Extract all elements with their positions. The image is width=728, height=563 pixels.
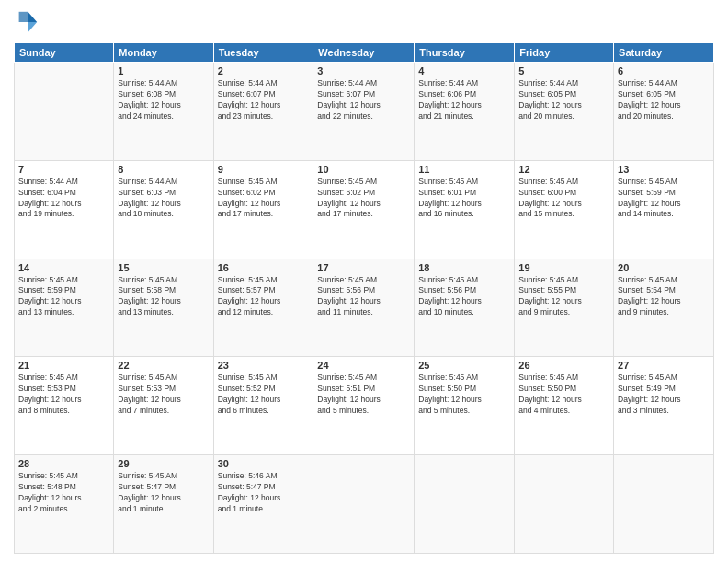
day-cell-25: 25Sunrise: 5:45 AM Sunset: 5:50 PM Dayli…	[415, 357, 515, 455]
day-cell-11: 11Sunrise: 5:45 AM Sunset: 6:01 PM Dayli…	[415, 160, 515, 259]
svg-marker-0	[28, 12, 37, 22]
day-cell-16: 16Sunrise: 5:45 AM Sunset: 5:57 PM Dayli…	[213, 259, 313, 357]
day-info: Sunrise: 5:45 AM Sunset: 5:59 PM Dayligh…	[618, 177, 710, 221]
day-info: Sunrise: 5:45 AM Sunset: 5:59 PM Dayligh…	[18, 275, 109, 319]
day-number: 7	[18, 164, 109, 175]
day-info: Sunrise: 5:45 AM Sunset: 5:55 PM Dayligh…	[518, 275, 609, 319]
svg-marker-2	[19, 12, 28, 22]
logo-icon	[14, 9, 40, 35]
day-number: 22	[118, 360, 209, 371]
empty-cell	[415, 455, 515, 554]
day-info: Sunrise: 5:45 AM Sunset: 6:00 PM Dayligh…	[518, 177, 609, 221]
week-row-5: 28Sunrise: 5:45 AM Sunset: 5:48 PM Dayli…	[15, 455, 714, 554]
day-number: 29	[118, 458, 209, 469]
day-info: Sunrise: 5:44 AM Sunset: 6:07 PM Dayligh…	[317, 78, 410, 122]
day-number: 27	[618, 360, 710, 371]
day-cell-10: 10Sunrise: 5:45 AM Sunset: 6:02 PM Dayli…	[313, 160, 415, 259]
day-number: 2	[218, 65, 310, 76]
day-header-tuesday: Tuesday	[213, 43, 313, 63]
day-header-sunday: Sunday	[15, 43, 114, 63]
day-number: 21	[18, 360, 109, 371]
day-number: 14	[18, 262, 109, 273]
svg-marker-1	[28, 22, 37, 32]
day-number: 11	[418, 164, 510, 175]
day-cell-1: 1Sunrise: 5:44 AM Sunset: 6:08 PM Daylig…	[114, 63, 213, 161]
day-info: Sunrise: 5:45 AM Sunset: 5:58 PM Dayligh…	[118, 275, 209, 319]
day-cell-8: 8Sunrise: 5:44 AM Sunset: 6:03 PM Daylig…	[114, 160, 213, 259]
day-info: Sunrise: 5:44 AM Sunset: 6:08 PM Dayligh…	[118, 78, 209, 122]
day-cell-14: 14Sunrise: 5:45 AM Sunset: 5:59 PM Dayli…	[15, 259, 114, 357]
page: SundayMondayTuesdayWednesdayThursdayFrid…	[0, 0, 728, 563]
day-number: 28	[18, 458, 109, 469]
day-cell-29: 29Sunrise: 5:45 AM Sunset: 5:47 PM Dayli…	[114, 455, 213, 554]
day-number: 30	[218, 458, 310, 469]
day-info: Sunrise: 5:45 AM Sunset: 6:01 PM Dayligh…	[418, 177, 510, 221]
day-cell-26: 26Sunrise: 5:45 AM Sunset: 5:50 PM Dayli…	[515, 357, 614, 455]
day-info: Sunrise: 5:44 AM Sunset: 6:05 PM Dayligh…	[518, 78, 609, 122]
day-info: Sunrise: 5:45 AM Sunset: 5:47 PM Dayligh…	[118, 471, 209, 515]
day-info: Sunrise: 5:45 AM Sunset: 5:50 PM Dayligh…	[418, 373, 510, 417]
day-cell-4: 4Sunrise: 5:44 AM Sunset: 6:06 PM Daylig…	[415, 63, 515, 161]
day-info: Sunrise: 5:45 AM Sunset: 6:02 PM Dayligh…	[317, 177, 410, 221]
day-cell-19: 19Sunrise: 5:45 AM Sunset: 5:55 PM Dayli…	[515, 259, 614, 357]
day-number: 26	[518, 360, 609, 371]
day-number: 15	[118, 262, 209, 273]
day-info: Sunrise: 5:45 AM Sunset: 5:48 PM Dayligh…	[18, 471, 109, 515]
day-header-monday: Monday	[114, 43, 213, 63]
week-row-4: 21Sunrise: 5:45 AM Sunset: 5:53 PM Dayli…	[15, 357, 714, 455]
day-cell-27: 27Sunrise: 5:45 AM Sunset: 5:49 PM Dayli…	[614, 357, 714, 455]
logo	[14, 9, 43, 35]
day-info: Sunrise: 5:44 AM Sunset: 6:04 PM Dayligh…	[18, 177, 109, 221]
day-info: Sunrise: 5:45 AM Sunset: 5:52 PM Dayligh…	[218, 373, 310, 417]
day-number: 10	[317, 164, 410, 175]
day-cell-17: 17Sunrise: 5:45 AM Sunset: 5:56 PM Dayli…	[313, 259, 415, 357]
day-number: 5	[518, 65, 609, 76]
day-number: 24	[317, 360, 410, 371]
day-info: Sunrise: 5:45 AM Sunset: 5:54 PM Dayligh…	[618, 275, 710, 319]
day-info: Sunrise: 5:45 AM Sunset: 5:53 PM Dayligh…	[118, 373, 209, 417]
day-number: 20	[618, 262, 710, 273]
day-info: Sunrise: 5:45 AM Sunset: 6:02 PM Dayligh…	[218, 177, 310, 221]
day-info: Sunrise: 5:44 AM Sunset: 6:06 PM Dayligh…	[418, 78, 510, 122]
day-cell-30: 30Sunrise: 5:46 AM Sunset: 5:47 PM Dayli…	[213, 455, 313, 554]
week-row-3: 14Sunrise: 5:45 AM Sunset: 5:59 PM Dayli…	[15, 259, 714, 357]
day-info: Sunrise: 5:44 AM Sunset: 6:05 PM Dayligh…	[618, 78, 710, 122]
day-cell-23: 23Sunrise: 5:45 AM Sunset: 5:52 PM Dayli…	[213, 357, 313, 455]
day-cell-22: 22Sunrise: 5:45 AM Sunset: 5:53 PM Dayli…	[114, 357, 213, 455]
day-cell-12: 12Sunrise: 5:45 AM Sunset: 6:00 PM Dayli…	[515, 160, 614, 259]
day-number: 9	[218, 164, 310, 175]
day-number: 16	[218, 262, 310, 273]
day-header-wednesday: Wednesday	[313, 43, 415, 63]
day-header-thursday: Thursday	[415, 43, 515, 63]
day-info: Sunrise: 5:45 AM Sunset: 5:50 PM Dayligh…	[518, 373, 609, 417]
day-number: 12	[518, 164, 609, 175]
day-info: Sunrise: 5:45 AM Sunset: 5:57 PM Dayligh…	[218, 275, 310, 319]
day-number: 19	[518, 262, 609, 273]
empty-cell	[313, 455, 415, 554]
day-number: 6	[618, 65, 710, 76]
empty-cell	[614, 455, 714, 554]
day-cell-28: 28Sunrise: 5:45 AM Sunset: 5:48 PM Dayli…	[15, 455, 114, 554]
day-info: Sunrise: 5:45 AM Sunset: 5:53 PM Dayligh…	[18, 373, 109, 417]
empty-cell	[15, 63, 114, 161]
week-row-1: 1Sunrise: 5:44 AM Sunset: 6:08 PM Daylig…	[15, 63, 714, 161]
day-number: 1	[118, 65, 209, 76]
day-cell-9: 9Sunrise: 5:45 AM Sunset: 6:02 PM Daylig…	[213, 160, 313, 259]
day-header-saturday: Saturday	[614, 43, 714, 63]
day-cell-20: 20Sunrise: 5:45 AM Sunset: 5:54 PM Dayli…	[614, 259, 714, 357]
week-row-2: 7Sunrise: 5:44 AM Sunset: 6:04 PM Daylig…	[15, 160, 714, 259]
day-cell-5: 5Sunrise: 5:44 AM Sunset: 6:05 PM Daylig…	[515, 63, 614, 161]
day-number: 3	[317, 65, 410, 76]
header	[14, 9, 714, 35]
day-header-friday: Friday	[515, 43, 614, 63]
calendar-header-row: SundayMondayTuesdayWednesdayThursdayFrid…	[15, 43, 714, 63]
day-number: 23	[218, 360, 310, 371]
day-cell-3: 3Sunrise: 5:44 AM Sunset: 6:07 PM Daylig…	[313, 63, 415, 161]
empty-cell	[515, 455, 614, 554]
day-info: Sunrise: 5:45 AM Sunset: 5:56 PM Dayligh…	[418, 275, 510, 319]
day-number: 4	[418, 65, 510, 76]
day-cell-7: 7Sunrise: 5:44 AM Sunset: 6:04 PM Daylig…	[15, 160, 114, 259]
day-number: 8	[118, 164, 209, 175]
day-number: 18	[418, 262, 510, 273]
day-info: Sunrise: 5:46 AM Sunset: 5:47 PM Dayligh…	[218, 471, 310, 515]
